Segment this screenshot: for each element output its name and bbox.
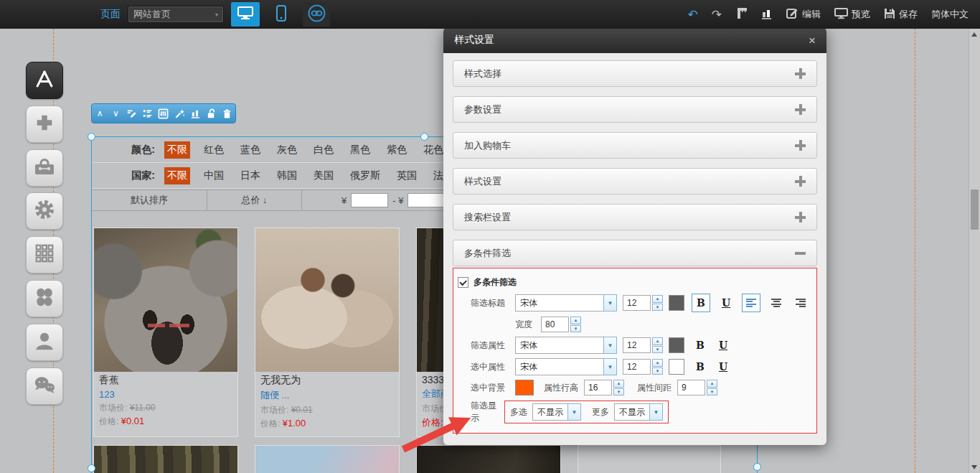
- magic-wand-icon[interactable]: [174, 108, 185, 119]
- sidebar-item-toolbox[interactable]: [26, 149, 63, 187]
- language-switch[interactable]: 简体中文: [931, 8, 969, 21]
- sidebar-item-design-tools[interactable]: [26, 62, 63, 99]
- spin-down-icon[interactable]: ▼: [570, 325, 581, 333]
- underline-button[interactable]: U: [715, 337, 732, 354]
- filter-chip[interactable]: 灰色: [274, 141, 300, 159]
- edit-button[interactable]: 编辑: [786, 7, 821, 22]
- filter-chip[interactable]: 韩国: [274, 167, 300, 184]
- lock-icon[interactable]: [206, 108, 217, 119]
- sidebar-item-members[interactable]: [26, 324, 63, 361]
- filter-chip[interactable]: 白色: [311, 141, 336, 159]
- attr-spacing-spinner[interactable]: 9▲▼: [677, 380, 717, 395]
- scroll-up-arrow-icon[interactable]: [971, 32, 977, 37]
- line-height-spinner[interactable]: 16▲▼: [584, 380, 624, 395]
- scrollbar-thumb[interactable]: [971, 189, 979, 230]
- bold-button[interactable]: B: [692, 358, 709, 375]
- ruler-icon[interactable]: [735, 7, 748, 22]
- move-down-icon[interactable]: ∨: [110, 108, 121, 119]
- filter-chip[interactable]: 花色: [420, 141, 446, 159]
- section-multi-filter[interactable]: 多条件筛选: [453, 240, 817, 266]
- trash-icon[interactable]: [222, 108, 233, 119]
- price-max-input[interactable]: [407, 193, 445, 207]
- underline-button[interactable]: U: [717, 294, 735, 312]
- multi-filter-checkbox[interactable]: [458, 277, 468, 288]
- resize-handle[interactable]: [753, 463, 761, 471]
- sidebar-item-wechat[interactable]: [26, 367, 63, 405]
- font-size-spinner[interactable]: 12▲▼: [623, 337, 663, 353]
- link-settings-button[interactable]: [303, 2, 330, 27]
- sidebar-item-add-module[interactable]: [26, 106, 63, 143]
- redo-icon[interactable]: ↷: [712, 9, 722, 21]
- save-button[interactable]: 保存: [884, 8, 918, 22]
- filter-chip[interactable]: 英国: [394, 167, 420, 184]
- sidebar-item-settings[interactable]: [26, 192, 63, 230]
- font-color-swatch[interactable]: [669, 337, 684, 353]
- caret-down-icon[interactable]: ▼: [603, 294, 617, 312]
- font-color-swatch[interactable]: [669, 359, 684, 375]
- move-up-icon[interactable]: ∧: [94, 108, 105, 119]
- font-family-select[interactable]: 宋体▼: [515, 358, 617, 375]
- caret-down-icon[interactable]: ▼: [649, 403, 663, 421]
- sort-default-tab[interactable]: 默认排序: [92, 190, 207, 210]
- spin-down-icon[interactable]: ▼: [652, 346, 663, 354]
- caret-down-icon[interactable]: ▼: [603, 337, 617, 354]
- more-dropdown[interactable]: 不显示▼: [614, 403, 663, 421]
- background-color-swatch[interactable]: [515, 380, 534, 395]
- undo-icon[interactable]: ↶: [688, 9, 698, 21]
- filter-chip[interactable]: 蓝色: [237, 141, 263, 159]
- font-size-spinner[interactable]: 12▲▼: [623, 359, 663, 375]
- vertical-scrollbar[interactable]: [969, 29, 980, 473]
- tune-icon[interactable]: [158, 108, 169, 119]
- resize-handle[interactable]: [88, 133, 95, 141]
- align-center-button[interactable]: [768, 294, 785, 312]
- product-link[interactable]: 123: [99, 389, 232, 400]
- filter-chip[interactable]: 日本: [237, 167, 263, 184]
- list-settings-icon[interactable]: [142, 108, 154, 119]
- filter-chip[interactable]: 黑色: [347, 141, 373, 159]
- spin-down-icon[interactable]: ▼: [652, 367, 663, 375]
- plus-icon[interactable]: [795, 140, 806, 151]
- caret-down-icon[interactable]: ▼: [567, 403, 581, 421]
- sort-total-price-tab[interactable]: 总价 ↓: [207, 190, 302, 210]
- filter-chip[interactable]: 俄罗斯: [347, 167, 383, 184]
- spin-down-icon[interactable]: ▼: [707, 388, 717, 396]
- font-size-spinner[interactable]: 12▲▼: [623, 295, 663, 311]
- filter-chip[interactable]: 中国: [201, 167, 227, 184]
- section-style-select[interactable]: 样式选择: [453, 60, 817, 87]
- plus-icon[interactable]: [795, 68, 806, 79]
- product-card[interactable]: [93, 445, 238, 473]
- product-card[interactable]: [255, 445, 400, 473]
- spin-up-icon[interactable]: ▲: [613, 380, 624, 388]
- bold-button[interactable]: B: [692, 294, 710, 312]
- panel-header[interactable]: 样式设置 ×: [443, 27, 826, 53]
- spin-down-icon[interactable]: ▼: [613, 388, 624, 396]
- spin-up-icon[interactable]: ▲: [652, 337, 663, 345]
- spin-down-icon[interactable]: ▼: [652, 304, 663, 312]
- page-select[interactable]: 网站首页 ▾: [128, 6, 224, 23]
- section-style-settings[interactable]: 样式设置: [453, 168, 817, 195]
- mobile-view-button[interactable]: [267, 2, 296, 27]
- scroll-down-arrow-icon[interactable]: [971, 465, 977, 469]
- resize-handle[interactable]: [420, 133, 428, 141]
- product-link[interactable]: 随便 ...: [260, 389, 394, 402]
- desktop-view-button[interactable]: [231, 2, 260, 27]
- minus-icon[interactable]: [795, 248, 806, 258]
- section-add-to-cart[interactable]: 加入购物车: [453, 132, 817, 159]
- align-right-button[interactable]: [792, 294, 809, 312]
- filter-chip-selected[interactable]: 不限: [164, 141, 190, 159]
- close-icon[interactable]: ×: [809, 34, 816, 47]
- font-family-select[interactable]: 宋体▼: [515, 337, 617, 354]
- font-color-swatch[interactable]: [669, 295, 684, 311]
- width-spinner[interactable]: 80▲▼: [541, 317, 581, 332]
- spin-up-icon[interactable]: ▲: [707, 380, 717, 388]
- product-card[interactable]: 无我无为 随便 ... 市场价: ¥0.01 价格: ¥1.00: [255, 228, 400, 437]
- plus-icon[interactable]: [795, 176, 806, 187]
- preview-button[interactable]: 预览: [834, 8, 870, 22]
- plus-icon[interactable]: [795, 104, 806, 115]
- sidebar-item-components[interactable]: [26, 280, 63, 317]
- filter-chip[interactable]: 紫色: [384, 141, 410, 159]
- spin-up-icon[interactable]: ▲: [652, 295, 663, 303]
- plus-icon[interactable]: [795, 212, 806, 223]
- filter-chip-selected[interactable]: 不限: [164, 167, 190, 184]
- align-left-button[interactable]: [742, 294, 760, 312]
